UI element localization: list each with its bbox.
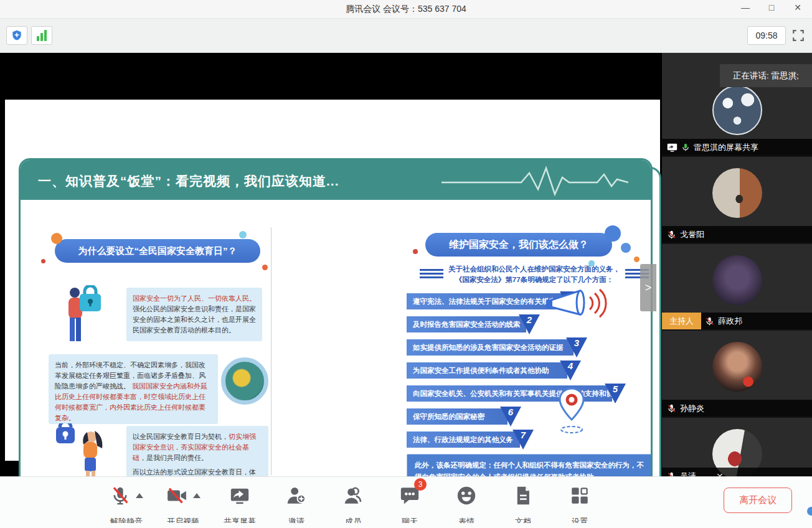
decor-dot [621, 243, 631, 253]
emoji-icon [456, 485, 477, 506]
obligation-item: 法律、行政法规规定的其他义务 7 [407, 431, 520, 448]
chat-unread-badge: 3 [414, 478, 427, 491]
decor-dot [588, 260, 595, 266]
obligation-item: 保守所知悉的国家秘密 6 [407, 408, 507, 425]
participant-tile[interactable]: 吴清 ✕ [662, 418, 812, 476]
decor-dot [41, 259, 45, 263]
left-heading-banner: 为什么要设立“全民国家安全教育日”？ [55, 239, 260, 263]
tencent-meeting-window: 腾讯会议 会议号：535 637 704 — □ ✕ 09:58 [0, 0, 812, 528]
emoji-button[interactable]: 表情 [445, 483, 488, 523]
avatar [712, 255, 762, 305]
obligation-list: 遵守宪法、法律法规关于国家安全的有关规定 1 及时报告危害国家安全活动的线索 2… [407, 293, 653, 448]
participant-tile[interactable]: 孙静炎 [662, 331, 812, 417]
signal-bars-icon [37, 30, 47, 41]
participant-namebar: 孙静炎 [662, 400, 812, 417]
host-badge: 主持人 [662, 313, 701, 329]
mic-active-icon [681, 143, 690, 152]
document-icon [512, 485, 534, 506]
megaphone-icon [545, 286, 610, 323]
obligation-item: 遵守宪法、法律法规关于国家安全的有关规定 1 [407, 293, 567, 309]
close-icon[interactable]: ✕ [788, 2, 807, 12]
maximize-icon[interactable]: □ [762, 2, 781, 12]
mic-muted-icon [667, 471, 676, 477]
participant-tile[interactable]: 戈誉阳 [662, 157, 812, 243]
decor-dot [51, 233, 62, 244]
number-flag: 7 [512, 430, 534, 451]
obligation-item: 如实提供所知悉的涉及危害国家安全活动的证据 3 [407, 339, 574, 356]
share-screen-button[interactable]: 共享屏幕 [218, 483, 262, 523]
body-text: 以全民国家安全教育日为契机， [133, 433, 229, 440]
sidebar-collapse-handle[interactable]: > [640, 264, 656, 311]
meeting-toolbar: 解除静音 开启视频 [0, 476, 812, 528]
obligation-item: 为国家安全工作提供便利条件或者其他协助 4 [407, 362, 567, 379]
number-flag: 6 [500, 407, 521, 428]
start-video-button[interactable]: 开启视频 [161, 483, 205, 523]
globe-icon [221, 357, 268, 405]
network-quality-button[interactable] [31, 26, 52, 45]
slide-right-column: 维护国家安全，我们该怎么做？ 关于社会组织和公民个人在维护国家安全方面的义务， … [407, 225, 653, 502]
number-flag: 4 [560, 361, 581, 382]
fullscreen-button[interactable] [792, 29, 805, 42]
participant-namebar: 雷思淇的屏幕共享 [662, 139, 812, 156]
decor-dot [239, 231, 247, 238]
screen-share-icon [667, 143, 677, 152]
toolbar-items: 解除静音 开启视频 [105, 483, 602, 523]
left-text-block-2: 当前，外部环境不稳定、不确定因素增多，我国改革发展稳定任务艰巨繁重，面临诸多矛盾… [49, 354, 218, 424]
right-heading: 维护国家安全，我们该怎么做？ [449, 239, 588, 250]
body-text: 强化公民的国家安全意识和责任，是国家安全的固本之策和长久之计，也是开展全民国家安… [133, 305, 256, 334]
right-heading-banner: 维护国家安全，我们该怎么做？ [425, 233, 612, 257]
number-flag: 3 [566, 337, 587, 359]
participant-name: 薛政邦 [718, 316, 742, 327]
leave-meeting-button[interactable]: 离开会议 [724, 488, 792, 513]
members-button[interactable]: 成员 [331, 483, 375, 523]
number-flag: 2 [519, 314, 540, 336]
mic-muted-icon [667, 230, 676, 240]
decor-dot [262, 265, 268, 270]
settings-button[interactable]: 设置 [558, 483, 602, 523]
now-speaking-indicator: 正在讲话: 雷思淇; [720, 64, 812, 87]
number-flag: 5 [605, 384, 626, 405]
obligation-item: 及时报告危害国家安全活动的线索 2 [407, 316, 526, 332]
right-subtitle-row: 关于社会组织和公民个人在维护国家安全方面的义务， 《国家安全法》第77条明确规定… [407, 264, 653, 285]
participant-namebar: 吴清 ✕ [662, 468, 812, 476]
right-subtitle: 关于社会组织和公民个人在维护国家安全方面的义务， 《国家安全法》第77条明确规定… [448, 264, 620, 285]
participant-name: 雷思淇的屏幕共享 [694, 142, 758, 153]
mic-options-caret-icon[interactable] [136, 493, 143, 498]
share-screen-icon [229, 485, 250, 506]
security-shield-button[interactable] [6, 26, 27, 45]
close-icon[interactable]: ✕ [716, 471, 724, 477]
unmute-button[interactable]: 解除静音 [105, 483, 148, 523]
left-heading: 为什么要设立“全民国家安全教育日”？ [78, 245, 237, 256]
layout-grid-icon [569, 485, 590, 506]
participant-name: 吴清 [680, 471, 696, 477]
window-title: 腾讯会议 会议号：535 637 704 [0, 4, 812, 15]
notification-dot [807, 507, 812, 516]
window-titlebar: 腾讯会议 会议号：535 637 704 — □ ✕ [0, 0, 812, 19]
video-options-caret-icon[interactable] [193, 493, 201, 498]
heartbeat-line-icon [441, 164, 628, 199]
invite-button[interactable]: 邀请 [275, 483, 318, 523]
shared-slide-surface: 一、知识普及“饭堂”：看完视频，我们应该知道... 为什么要设立“全民国家安全教… [5, 100, 660, 461]
participant-namebar: 主持人 薛政邦 [662, 313, 812, 329]
slide-title: 一、知识普及“饭堂”：看完视频，我们应该知道... [38, 172, 339, 190]
minimize-icon[interactable]: — [736, 2, 755, 12]
mic-muted-icon [667, 403, 676, 413]
members-icon [342, 485, 364, 506]
shield-plus-icon [11, 29, 23, 42]
chat-button[interactable]: 3 聊天 [388, 483, 432, 523]
participant-tile-host[interactable]: 主持人 薛政邦 [662, 244, 812, 329]
slide-card: 一、知识普及“饭堂”：看完视频，我们应该知道... 为什么要设立“全民国家安全教… [19, 158, 653, 505]
docs-button[interactable]: 文档 [501, 483, 545, 523]
decor-dot [634, 257, 640, 262]
avatar [712, 168, 762, 218]
mic-muted-icon [705, 316, 714, 326]
avatar [712, 342, 762, 392]
participant-namebar: 戈誉阳 [662, 226, 812, 243]
shared-screen-stage: 一、知识普及“饭堂”：看完视频，我们应该知道... 为什么要设立“全民国家安全教… [0, 53, 662, 476]
location-pin-icon [555, 386, 589, 435]
meeting-timer: 09:58 [747, 26, 786, 45]
participants-sidebar: 雷思淇的屏幕共享 戈誉阳 主持人 薛政邦 [662, 53, 812, 476]
participant-name: 孙静炎 [680, 403, 704, 414]
slide-header: 一、知识普及“饭堂”：看完视频，我们应该知道... [21, 160, 651, 200]
person-with-lock-icon [61, 285, 105, 346]
